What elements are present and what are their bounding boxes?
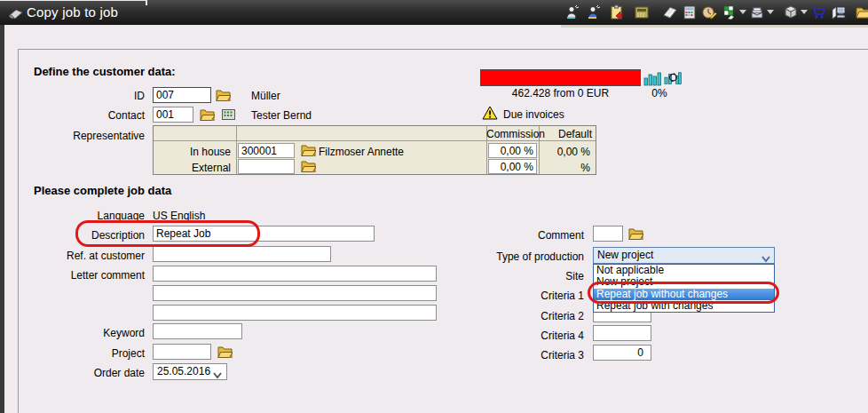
criteria3-input[interactable]	[593, 345, 651, 361]
order-date-value: 25.05.2016	[157, 365, 210, 377]
in-house-default-value: 0,00 %	[539, 146, 590, 158]
ref-at-customer-input[interactable]	[153, 246, 331, 262]
job-section-heading: Please complete job data	[34, 184, 171, 197]
tab-edge	[0, 0, 147, 1]
order-date-label: Order date	[27, 367, 145, 379]
clipboard-note-icon[interactable]	[609, 4, 625, 20]
letter-comment-input-3[interactable]	[153, 305, 437, 321]
in-house-commission-input[interactable]	[488, 143, 537, 158]
type-of-production-combobox[interactable]: New project	[593, 247, 775, 264]
keyword-input[interactable]	[153, 323, 242, 339]
letter-comment-input-1[interactable]	[153, 266, 437, 282]
contact-label: Contact	[27, 109, 145, 122]
external-browse-folder-icon[interactable]	[301, 160, 316, 172]
materials-icon[interactable]	[721, 4, 737, 20]
criteria4-input[interactable]	[593, 325, 651, 341]
id-browse-folder-icon[interactable]	[216, 89, 231, 101]
product-cube-icon[interactable]	[783, 4, 799, 20]
representative-table: Commission Default In house Filzmoser An…	[153, 125, 596, 175]
mailing-stack-icon[interactable]	[749, 4, 765, 20]
title-bar: Copy job to job	[0, 0, 868, 25]
in-house-row-label: In house	[154, 146, 231, 158]
warning-triangle-icon	[482, 106, 498, 120]
open-folder-icon[interactable]	[856, 4, 868, 20]
contact-input[interactable]	[153, 107, 193, 123]
letter-comment-input-2[interactable]	[153, 285, 437, 301]
estimate-calculator-icon[interactable]	[682, 4, 698, 20]
project-browse-folder-icon[interactable]	[217, 345, 233, 358]
project-input[interactable]	[153, 344, 211, 360]
in-house-name: Filzmoser Annette	[319, 146, 404, 158]
customer-section-heading: Define the customer data:	[34, 65, 176, 78]
project-label: Project	[27, 347, 145, 360]
comment-label: Comment	[484, 229, 584, 242]
bar-chart-icon	[643, 70, 661, 86]
tab-edge-tick	[146, 0, 147, 5]
site-label: Site	[484, 270, 584, 282]
default-column-header: Default	[539, 128, 592, 140]
external-code-input[interactable]	[238, 159, 295, 174]
type-of-production-label: Type of production	[484, 250, 584, 263]
product-dropdown-arrow-icon[interactable]	[801, 10, 808, 14]
ref-at-customer-label: Ref. at customer	[27, 250, 145, 262]
criteria4-label: Criteria 4	[484, 330, 584, 342]
dropdown-option-not-applicable[interactable]: Not applicable	[594, 265, 774, 276]
credit-limit-percent: 0%	[641, 87, 678, 99]
stamp-icon	[7, 7, 23, 19]
table-divider	[236, 126, 237, 174]
comment-input[interactable]	[593, 226, 623, 242]
window-left-edge	[0, 25, 4, 413]
customer-name: Müller	[251, 90, 280, 102]
notebook-icon[interactable]	[662, 4, 678, 20]
credit-limit-bar	[480, 69, 641, 86]
annotation-oval-description	[75, 220, 260, 247]
criteria3-label: Criteria 3	[484, 349, 584, 361]
criteria2-label: Criteria 2	[484, 310, 584, 322]
in-house-browse-folder-icon[interactable]	[301, 144, 316, 156]
credit-limit-caption: 462.428 from 0 EUR	[480, 87, 641, 99]
commission-column-header: Commission	[486, 128, 535, 140]
contact-browse-folder-icon[interactable]	[200, 108, 215, 121]
window-title: Copy job to job	[27, 4, 118, 20]
chevron-down-icon	[761, 252, 770, 259]
add-customer-icon[interactable]	[564, 4, 580, 20]
id-label: ID	[27, 90, 145, 102]
time-clock-icon[interactable]	[701, 4, 717, 20]
toolbar-bottom-strip	[561, 25, 868, 28]
criteria1-label: Criteria 1	[484, 290, 584, 302]
comment-browse-folder-icon[interactable]	[628, 227, 643, 240]
mailing-dropdown-arrow-icon[interactable]	[767, 10, 774, 14]
keyword-label: Keyword	[27, 327, 145, 339]
table-header-divider	[154, 140, 596, 141]
calculator-icon[interactable]	[634, 4, 650, 20]
copy-job-dialog: Copy job to job	[0, 0, 868, 413]
chevron-down-icon	[213, 369, 222, 376]
bar-chart-refresh-icon	[664, 70, 682, 86]
external-row-label: External	[154, 162, 231, 174]
invoice-computer-icon[interactable]	[831, 4, 847, 20]
external-default-value: %	[539, 162, 590, 174]
external-commission-input[interactable]	[488, 159, 537, 174]
add-contact-icon[interactable]	[586, 4, 602, 20]
order-date-combobox[interactable]: 25.05.2016	[153, 363, 227, 380]
contact-name: Tester Bernd	[251, 109, 312, 122]
due-invoices-label: Due invoices	[503, 108, 564, 121]
representative-label: Representative	[27, 130, 145, 142]
cart-icon[interactable]	[810, 4, 826, 20]
id-input[interactable]	[153, 87, 211, 103]
letter-comment-label: Letter comment	[27, 269, 145, 282]
in-house-code-input[interactable]	[238, 143, 295, 158]
annotation-oval-repeat-option	[588, 282, 779, 304]
contact-organization-icon[interactable]	[221, 108, 236, 121]
materials-dropdown-arrow-icon[interactable]	[739, 10, 746, 14]
type-of-production-value: New project	[597, 249, 653, 261]
